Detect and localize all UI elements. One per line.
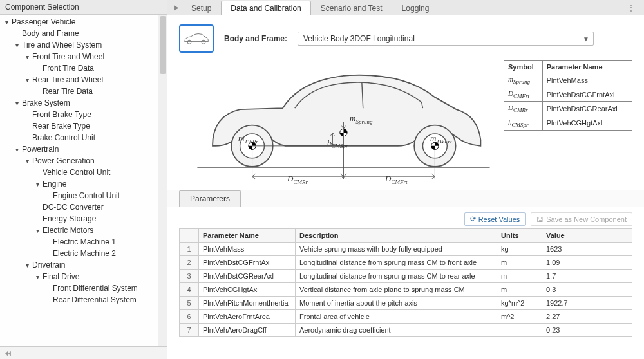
tree-item[interactable]: ▾Power Generation bbox=[0, 155, 167, 167]
tree-collapse-icon[interactable]: ▾ bbox=[33, 181, 41, 188]
reset-icon: ⟳ bbox=[470, 215, 476, 223]
tree-item[interactable]: ▾Tire and Wheel System bbox=[0, 39, 167, 51]
cell-name[interactable]: PlntVehDstCGRearAxl bbox=[199, 270, 296, 283]
cell-units[interactable]: m bbox=[497, 256, 542, 270]
tree-item-label: Electric Motors bbox=[41, 226, 93, 235]
cell-desc[interactable]: Longitudinal distance from sprung mass C… bbox=[296, 256, 497, 270]
cell-value[interactable]: 2.27 bbox=[542, 310, 632, 324]
label-m-twrr: mTWRr bbox=[238, 133, 258, 145]
tree-item-label: Engine bbox=[41, 180, 66, 189]
table-row[interactable]: 6PlntVehAeroFrntAreaFrontal area of vehi… bbox=[180, 310, 632, 324]
tree-item[interactable]: DC-DC Converter bbox=[0, 201, 167, 213]
tree-item[interactable]: Front Differential System bbox=[0, 282, 167, 294]
cell-name[interactable]: PlntVehCGHgtAxl bbox=[199, 283, 296, 297]
tab-overflow-button[interactable]: ⋮ bbox=[623, 2, 639, 14]
table-row[interactable]: 5PlntVehPitchMomentInertiaMoment of iner… bbox=[180, 297, 632, 310]
cell-desc[interactable]: Moment of inertia about the pitch axis bbox=[296, 297, 497, 310]
cell-desc[interactable]: Longitudinal distance from sprung mass C… bbox=[296, 270, 497, 283]
component-tree[interactable]: ▾Passenger VehicleBody and Frame▾Tire an… bbox=[0, 15, 167, 346]
cell-units[interactable]: kg*m^2 bbox=[497, 297, 542, 310]
tree-collapse-icon[interactable]: ▾ bbox=[23, 262, 31, 269]
tree-collapse-icon[interactable]: ▾ bbox=[3, 19, 10, 26]
tree-collapse-icon[interactable]: ▾ bbox=[13, 100, 21, 107]
main-tab[interactable]: Data and Calibration bbox=[221, 1, 310, 15]
tree-item[interactable]: ▾Drivetrain bbox=[0, 259, 167, 271]
tree-item[interactable]: Rear Tire Data bbox=[0, 86, 167, 97]
tree-item[interactable]: ▾Powertrain bbox=[0, 143, 167, 155]
cell-value[interactable]: 0.3 bbox=[542, 283, 632, 297]
tree-item[interactable]: ▾Passenger Vehicle bbox=[0, 16, 167, 28]
tree-item[interactable]: ▾Brake System bbox=[0, 97, 167, 109]
tree-collapse-icon[interactable]: ▾ bbox=[23, 158, 31, 165]
cell-units[interactable]: kg bbox=[497, 243, 542, 256]
cell-name[interactable]: PlntVehAeroDragCff bbox=[199, 324, 296, 337]
table-row[interactable]: 7PlntVehAeroDragCffAerodynamic drag coef… bbox=[180, 324, 632, 337]
main-tab[interactable]: Setup bbox=[182, 1, 221, 15]
tree-item[interactable]: ▾Electric Motors bbox=[0, 225, 167, 236]
tree-item[interactable]: Vehicle Control Unit bbox=[0, 167, 167, 178]
tree-item[interactable]: ▾Rear Tire and Wheel bbox=[0, 74, 167, 86]
cell-units[interactable]: m bbox=[497, 283, 542, 297]
tree-item-label: Rear Tire Data bbox=[41, 87, 93, 96]
table-row[interactable]: 1PlntVehMassVehicle sprung mass with bod… bbox=[180, 243, 632, 256]
tab-parameters[interactable]: Parameters bbox=[179, 190, 241, 207]
tree-item[interactable]: ▾Engine bbox=[0, 178, 167, 190]
cell-value[interactable]: 1.7 bbox=[542, 270, 632, 283]
main-tab[interactable]: Scenario and Test bbox=[311, 1, 392, 15]
vehicle-diagram-svg bbox=[179, 60, 496, 183]
tree-item[interactable]: ▾Front Tire and Wheel bbox=[0, 51, 167, 62]
cell-value[interactable]: 1.09 bbox=[542, 256, 632, 270]
table-row[interactable]: 2PlntVehDstCGFrntAxlLongitudinal distanc… bbox=[180, 256, 632, 270]
tree-item[interactable]: Electric Machine 2 bbox=[0, 248, 167, 259]
tree-item[interactable]: Rear Differential System bbox=[0, 294, 167, 306]
tree-collapse-icon[interactable]: ▾ bbox=[23, 53, 31, 60]
collapse-icon[interactable]: ⏮ bbox=[4, 349, 12, 358]
tree-collapse-icon[interactable]: ▾ bbox=[23, 77, 31, 84]
table-row[interactable]: 3PlntVehDstCGRearAxlLongitudinal distanc… bbox=[180, 270, 632, 283]
tree-item-label: Brake System bbox=[21, 98, 70, 107]
cell-value[interactable]: 1623 bbox=[542, 243, 632, 256]
cell-value[interactable]: 0.23 bbox=[542, 324, 632, 337]
tree-item[interactable]: ▾Final Drive bbox=[0, 271, 167, 282]
cell-name[interactable]: PlntVehDstCGFrntAxl bbox=[199, 256, 296, 270]
parameter-table[interactable]: Parameter Name Description Units Value 1… bbox=[179, 228, 632, 337]
tree-scrollbar-thumb[interactable] bbox=[160, 16, 166, 74]
param-header-name: Parameter Name bbox=[199, 229, 296, 243]
tree-item[interactable]: Engine Control Unit bbox=[0, 190, 167, 201]
cell-units[interactable]: m^2 bbox=[497, 310, 542, 324]
cell-name[interactable]: PlntVehPitchMomentInertia bbox=[199, 297, 296, 310]
body-frame-select[interactable]: Vehicle Body 3DOF Longitudinal ▼ bbox=[298, 32, 594, 46]
tree-item[interactable]: Body and Frame bbox=[0, 28, 167, 39]
tree-item[interactable]: Brake Control Unit bbox=[0, 132, 167, 143]
cell-desc[interactable]: Vertical distance from axle plane to spr… bbox=[296, 283, 497, 297]
tree-item[interactable]: Front Brake Type bbox=[0, 109, 167, 120]
tree-collapse-icon[interactable]: ▾ bbox=[33, 273, 41, 281]
cell-units[interactable] bbox=[497, 324, 542, 337]
tree-item[interactable]: Rear Brake Type bbox=[0, 120, 167, 132]
tree-item-label: Body and Frame bbox=[21, 29, 79, 38]
cell-desc[interactable]: Aerodynamic drag coefficient bbox=[296, 324, 497, 337]
cell-units[interactable]: m bbox=[497, 270, 542, 283]
table-row[interactable]: 4PlntVehCGHgtAxlVertical distance from a… bbox=[180, 283, 632, 297]
vehicle-thumbnail[interactable] bbox=[179, 24, 214, 53]
tree-collapse-icon[interactable]: ▾ bbox=[13, 42, 21, 49]
tree-collapse-icon[interactable]: ▾ bbox=[33, 227, 41, 234]
cell-name[interactable]: PlntVehMass bbox=[199, 243, 296, 256]
param-header-desc: Description bbox=[296, 229, 497, 243]
tree-item[interactable]: Electric Machine 1 bbox=[0, 236, 167, 248]
cell-desc[interactable]: Vehicle sprung mass with body fully equi… bbox=[296, 243, 497, 256]
cell-name[interactable]: PlntVehAeroFrntArea bbox=[199, 310, 296, 324]
tab-scroll-left-icon[interactable]: ▶ bbox=[174, 4, 179, 11]
tree-collapse-icon[interactable]: ▾ bbox=[13, 146, 21, 153]
tree-item-label: Electric Machine 2 bbox=[52, 249, 116, 258]
tree-item[interactable]: Energy Storage bbox=[0, 213, 167, 225]
body-frame-label: Body and Frame: bbox=[224, 34, 287, 43]
symbol-legend-table: Symbol Parameter Name mSprungPlntVehMass… bbox=[504, 60, 632, 131]
tree-item[interactable]: Front Tire Data bbox=[0, 62, 167, 74]
diagram-area: mSprung mTWRr mTWFrt hCMSpr DCMRr DCMFrt… bbox=[167, 58, 644, 188]
main-tab[interactable]: Logging bbox=[392, 1, 439, 15]
cell-desc[interactable]: Frontal area of vehicle bbox=[296, 310, 497, 324]
cell-value[interactable]: 1922.7 bbox=[542, 297, 632, 310]
reset-values-button[interactable]: ⟳ Reset Values bbox=[464, 212, 526, 226]
tree-scrollbar[interactable] bbox=[158, 15, 167, 346]
